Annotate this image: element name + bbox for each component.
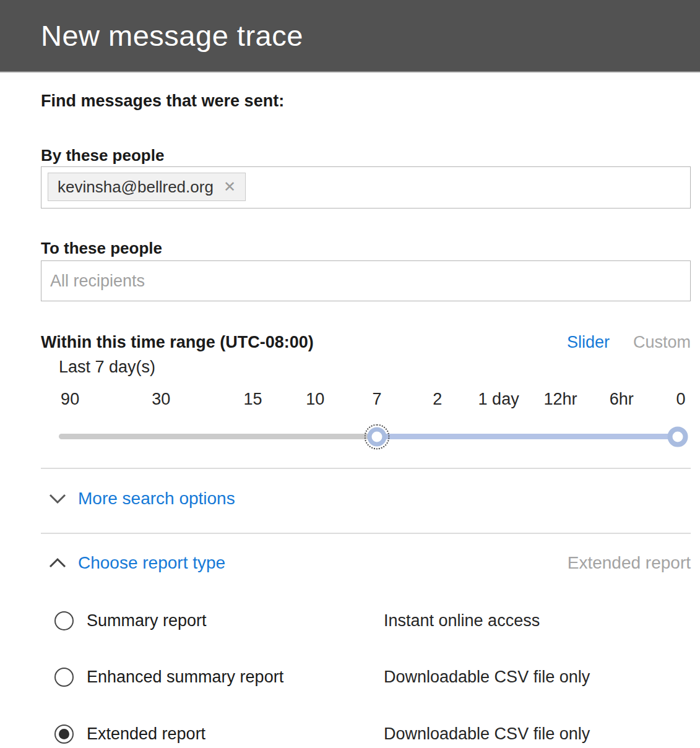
- dialog-header: New message trace: [0, 0, 700, 72]
- report-option-description: Downloadable CSV file only: [384, 668, 590, 687]
- slider-tick-0: 0: [676, 390, 685, 409]
- to-these-people-label: To these people: [41, 239, 162, 258]
- report-option-description: Downloadable CSV file only: [384, 724, 590, 744]
- slider-track-selected-range: [377, 434, 683, 439]
- section-divider: [41, 468, 691, 469]
- report-option-label: Enhanced summary report: [87, 668, 283, 687]
- radio-button[interactable]: [54, 611, 74, 630]
- find-messages-heading: Find messages that were sent:: [41, 92, 284, 111]
- custom-mode-link[interactable]: Custom: [633, 333, 691, 352]
- slider-tick-2: 2: [433, 390, 442, 409]
- report-option-enhanced-summary[interactable]: Enhanced summary report Downloadable CSV…: [54, 667, 691, 687]
- sender-chip[interactable]: kevinsha@bellred.org ✕: [48, 173, 246, 201]
- new-message-trace-dialog: New message trace Find messages that wer…: [0, 0, 700, 748]
- time-range-mode-switch: Slider Custom: [567, 333, 691, 352]
- time-range-selected-value: Last 7 day(s): [59, 358, 155, 377]
- slider-handle-end[interactable]: [668, 426, 688, 447]
- chevron-up-icon: [48, 557, 67, 569]
- slider-tick-7: 7: [373, 390, 382, 409]
- slider-tick-1day: 1 day: [478, 390, 519, 409]
- report-option-label: Summary report: [87, 611, 207, 630]
- choose-report-type-label: Choose report type: [78, 553, 225, 573]
- report-type-selected-summary: Extended report: [568, 553, 691, 573]
- slider-tick-30: 30: [152, 390, 170, 409]
- recipient-input-box: [41, 260, 691, 301]
- radio-selected-dot: [59, 729, 69, 739]
- report-option-description: Instant online access: [384, 611, 540, 630]
- page-title: New message trace: [41, 19, 303, 53]
- slider-track-unselected: [59, 434, 377, 439]
- slider-tick-12hr: 12hr: [543, 390, 577, 409]
- radio-button[interactable]: [54, 668, 74, 687]
- time-range-label: Within this time range (UTC-08:00): [41, 333, 314, 352]
- slider-tick-90: 90: [61, 390, 79, 409]
- sender-input[interactable]: kevinsha@bellred.org ✕: [41, 166, 691, 208]
- report-option-summary[interactable]: Summary report Instant online access: [54, 611, 691, 630]
- recipient-input[interactable]: [41, 261, 690, 301]
- radio-button[interactable]: [54, 724, 74, 744]
- sender-chip-text: kevinsha@bellred.org: [58, 178, 214, 197]
- slider-tick-10: 10: [306, 390, 324, 409]
- report-option-label: Extended report: [87, 724, 205, 744]
- time-range-slider: 90 30 15 10 7 2 1 day 12hr 6hr 0: [59, 390, 683, 458]
- slider-tick-6hr: 6hr: [610, 390, 634, 409]
- slider-handle-start[interactable]: [368, 427, 387, 446]
- more-search-options-expander[interactable]: More search options: [48, 489, 235, 509]
- slider-mode-link[interactable]: Slider: [567, 333, 610, 352]
- chevron-down-icon: [48, 492, 67, 505]
- slider-tick-15: 15: [243, 390, 262, 409]
- choose-report-type-expander[interactable]: Choose report type Extended report: [48, 553, 691, 573]
- more-search-options-label: More search options: [78, 489, 235, 509]
- by-these-people-label: By these people: [41, 146, 164, 165]
- time-range-row: Within this time range (UTC-08:00) Slide…: [41, 333, 691, 352]
- section-divider: [41, 533, 691, 534]
- report-option-extended[interactable]: Extended report Downloadable CSV file on…: [54, 724, 691, 744]
- chip-remove-icon[interactable]: ✕: [223, 179, 236, 194]
